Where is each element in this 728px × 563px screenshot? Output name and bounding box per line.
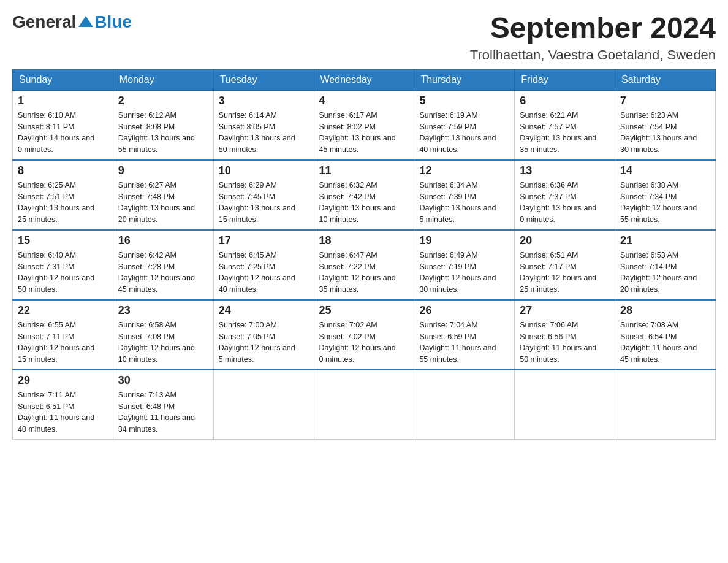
calendar-cell: 15Sunrise: 6:40 AMSunset: 7:31 PMDayligh… [13,230,113,300]
day-info: Sunrise: 6:12 AMSunset: 8:08 PMDaylight:… [118,110,208,156]
weekday-header-wednesday: Wednesday [314,69,414,91]
weekday-header-sunday: Sunday [13,69,113,91]
calendar-cell: 17Sunrise: 6:45 AMSunset: 7:25 PMDayligh… [213,230,314,300]
day-number: 21 [620,234,710,247]
calendar-week-row: 22Sunrise: 6:55 AMSunset: 7:11 PMDayligh… [13,300,716,370]
calendar-cell: 16Sunrise: 6:42 AMSunset: 7:28 PMDayligh… [113,230,213,300]
day-number: 26 [419,304,509,317]
day-number: 23 [118,304,208,317]
calendar-cell: 13Sunrise: 6:36 AMSunset: 7:37 PMDayligh… [515,160,615,230]
day-number: 4 [319,94,409,107]
day-info: Sunrise: 6:51 AMSunset: 7:17 PMDaylight:… [520,250,610,296]
day-number: 6 [520,94,610,107]
day-info: Sunrise: 6:36 AMSunset: 7:37 PMDaylight:… [520,180,610,226]
day-number: 30 [118,374,208,387]
weekday-header-monday: Monday [113,69,213,91]
day-info: Sunrise: 7:00 AMSunset: 7:05 PMDaylight:… [219,320,309,366]
calendar-cell: 28Sunrise: 7:08 AMSunset: 6:54 PMDayligh… [615,300,716,370]
calendar-week-row: 15Sunrise: 6:40 AMSunset: 7:31 PMDayligh… [13,230,716,300]
calendar-cell: 19Sunrise: 6:49 AMSunset: 7:19 PMDayligh… [414,230,515,300]
day-info: Sunrise: 6:40 AMSunset: 7:31 PMDaylight:… [18,250,108,296]
calendar-cell: 1Sunrise: 6:10 AMSunset: 8:11 PMDaylight… [13,90,113,160]
day-info: Sunrise: 6:49 AMSunset: 7:19 PMDaylight:… [419,250,509,296]
calendar-cell: 7Sunrise: 6:23 AMSunset: 7:54 PMDaylight… [615,90,716,160]
calendar-cell: 11Sunrise: 6:32 AMSunset: 7:42 PMDayligh… [314,160,414,230]
day-number: 22 [18,304,108,317]
day-info: Sunrise: 6:38 AMSunset: 7:34 PMDaylight:… [620,180,710,226]
calendar-cell: 20Sunrise: 6:51 AMSunset: 7:17 PMDayligh… [515,230,615,300]
day-number: 28 [620,304,710,317]
calendar-cell: 26Sunrise: 7:04 AMSunset: 6:59 PMDayligh… [414,300,515,370]
title-block: September 2024 Trollhaettan, Vaestra Goe… [470,12,716,63]
day-info: Sunrise: 6:10 AMSunset: 8:11 PMDaylight:… [18,110,108,156]
day-number: 16 [118,234,208,247]
calendar-cell: 12Sunrise: 6:34 AMSunset: 7:39 PMDayligh… [414,160,515,230]
day-info: Sunrise: 6:53 AMSunset: 7:14 PMDaylight:… [620,250,710,296]
calendar-cell: 9Sunrise: 6:27 AMSunset: 7:48 PMDaylight… [113,160,213,230]
calendar-cell [615,370,716,440]
day-info: Sunrise: 6:27 AMSunset: 7:48 PMDaylight:… [118,180,208,226]
calendar-cell: 27Sunrise: 7:06 AMSunset: 6:56 PMDayligh… [515,300,615,370]
day-number: 2 [118,94,208,107]
svg-marker-0 [78,16,93,27]
calendar-cell: 23Sunrise: 6:58 AMSunset: 7:08 PMDayligh… [113,300,213,370]
day-info: Sunrise: 6:32 AMSunset: 7:42 PMDaylight:… [319,180,409,226]
day-info: Sunrise: 6:29 AMSunset: 7:45 PMDaylight:… [219,180,309,226]
day-info: Sunrise: 6:45 AMSunset: 7:25 PMDaylight:… [219,250,309,296]
day-number: 12 [419,164,509,177]
day-info: Sunrise: 6:47 AMSunset: 7:22 PMDaylight:… [319,250,409,296]
day-info: Sunrise: 6:58 AMSunset: 7:08 PMDaylight:… [118,320,208,366]
calendar-cell: 3Sunrise: 6:14 AMSunset: 8:05 PMDaylight… [213,90,314,160]
calendar-table: SundayMondayTuesdayWednesdayThursdayFrid… [12,69,716,440]
calendar-cell: 4Sunrise: 6:17 AMSunset: 8:02 PMDaylight… [314,90,414,160]
calendar-cell: 5Sunrise: 6:19 AMSunset: 7:59 PMDaylight… [414,90,515,160]
calendar-cell: 22Sunrise: 6:55 AMSunset: 7:11 PMDayligh… [13,300,113,370]
calendar-cell: 10Sunrise: 6:29 AMSunset: 7:45 PMDayligh… [213,160,314,230]
day-info: Sunrise: 6:17 AMSunset: 8:02 PMDaylight:… [319,110,409,156]
calendar-cell: 30Sunrise: 7:13 AMSunset: 6:48 PMDayligh… [113,370,213,440]
day-number: 8 [18,164,108,177]
day-number: 24 [219,304,309,317]
calendar-cell: 29Sunrise: 7:11 AMSunset: 6:51 PMDayligh… [13,370,113,440]
calendar-cell [515,370,615,440]
day-info: Sunrise: 7:02 AMSunset: 7:02 PMDaylight:… [319,320,409,366]
day-number: 1 [18,94,108,107]
weekday-header-tuesday: Tuesday [213,69,314,91]
logo: General Blue [12,12,132,32]
calendar-week-row: 1Sunrise: 6:10 AMSunset: 8:11 PMDaylight… [13,90,716,160]
day-info: Sunrise: 6:21 AMSunset: 7:57 PMDaylight:… [520,110,610,156]
calendar-cell: 6Sunrise: 6:21 AMSunset: 7:57 PMDaylight… [515,90,615,160]
day-info: Sunrise: 6:55 AMSunset: 7:11 PMDaylight:… [18,320,108,366]
calendar-cell: 2Sunrise: 6:12 AMSunset: 8:08 PMDaylight… [113,90,213,160]
day-number: 10 [219,164,309,177]
day-info: Sunrise: 6:25 AMSunset: 7:51 PMDaylight:… [18,180,108,226]
weekday-header-saturday: Saturday [615,69,716,91]
day-number: 17 [219,234,309,247]
day-info: Sunrise: 7:04 AMSunset: 6:59 PMDaylight:… [419,320,509,366]
day-number: 27 [520,304,610,317]
calendar-cell: 14Sunrise: 6:38 AMSunset: 7:34 PMDayligh… [615,160,716,230]
calendar-cell [414,370,515,440]
day-number: 19 [419,234,509,247]
day-number: 20 [520,234,610,247]
location-title: Trollhaettan, Vaestra Goetaland, Sweden [470,47,716,63]
calendar-cell: 8Sunrise: 6:25 AMSunset: 7:51 PMDaylight… [13,160,113,230]
calendar-cell: 21Sunrise: 6:53 AMSunset: 7:14 PMDayligh… [615,230,716,300]
day-number: 15 [18,234,108,247]
day-number: 29 [18,374,108,387]
logo-icon [77,13,94,31]
calendar-week-row: 29Sunrise: 7:11 AMSunset: 6:51 PMDayligh… [13,370,716,440]
day-number: 18 [319,234,409,247]
day-number: 5 [419,94,509,107]
day-info: Sunrise: 6:14 AMSunset: 8:05 PMDaylight:… [219,110,309,156]
day-info: Sunrise: 6:42 AMSunset: 7:28 PMDaylight:… [118,250,208,296]
day-number: 3 [219,94,309,107]
day-number: 13 [520,164,610,177]
calendar-cell [213,370,314,440]
logo-text-general: General [12,12,76,32]
logo-text-blue: Blue [94,12,132,32]
day-number: 11 [319,164,409,177]
weekday-header-thursday: Thursday [414,69,515,91]
day-info: Sunrise: 7:08 AMSunset: 6:54 PMDaylight:… [620,320,710,366]
page-header: General Blue September 2024 Trollhaettan… [12,12,716,63]
